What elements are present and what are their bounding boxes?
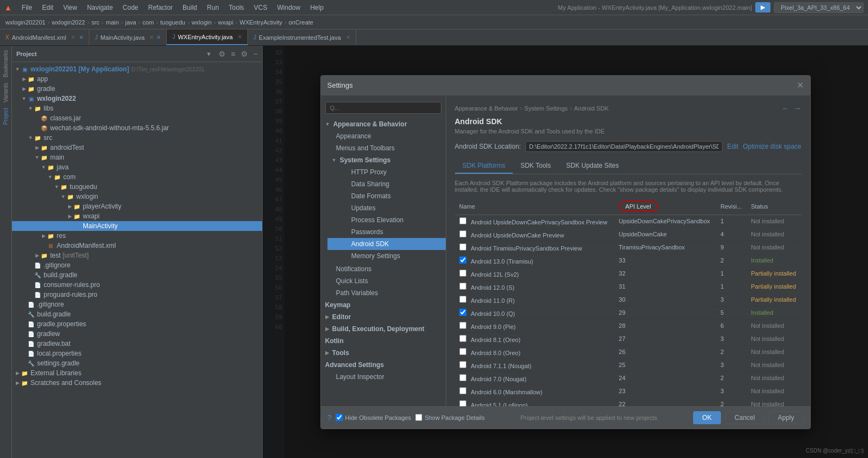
optimize-link[interactable]: Optimize disk space: [743, 143, 801, 150]
tree-item-res[interactable]: ▶ 📁 res: [12, 231, 262, 241]
tree-item-external-libs[interactable]: ▶ 📁 External Libraries: [12, 368, 262, 378]
nav-editor[interactable]: ▶ Editor: [321, 311, 446, 323]
settings-search-input[interactable]: [325, 102, 441, 114]
menu-help[interactable]: Help: [306, 3, 328, 13]
menu-run[interactable]: Run: [203, 3, 223, 13]
sdk-row-checkbox[interactable]: [459, 374, 466, 381]
nav-item-layout-inspector[interactable]: Layout Inspector: [321, 371, 446, 383]
sdk-row-checkbox[interactable]: [459, 283, 466, 290]
menu-code[interactable]: Code: [118, 3, 143, 13]
tree-item-gradlew-bat[interactable]: 📄 gradlew.bat: [12, 339, 262, 349]
bc-wxapi[interactable]: wxapi: [218, 19, 233, 26]
sidebar-gear-icon[interactable]: ⚙: [218, 50, 226, 58]
sdk-tab-tools[interactable]: SDK Tools: [513, 158, 559, 174]
tree-item-build-gradle2[interactable]: 🔧 build.gradle: [12, 270, 262, 280]
nav-item-http-proxy[interactable]: HTTP Proxy: [327, 166, 446, 178]
menu-tools[interactable]: Tools: [224, 3, 248, 13]
tree-item-build-gradle1[interactable]: 🔧 build.gradle: [12, 309, 262, 319]
tree-item-java[interactable]: ▼ 📁 java: [12, 162, 262, 172]
menu-refactor[interactable]: Refactor: [144, 3, 177, 13]
sdk-row-checkbox[interactable]: [459, 296, 466, 303]
tab-wxentryactivity[interactable]: J WXEntryActivity.java ✕: [167, 29, 248, 45]
sdk-row-checkbox[interactable]: [459, 243, 466, 251]
sdk-tab-platforms[interactable]: SDK Platforms: [455, 158, 513, 174]
tree-item-root[interactable]: ▼ ▣ wxlogin202201 [My Application] D:\Ti…: [12, 64, 262, 74]
tree-item-proguard-rules[interactable]: 📄 proguard-rules.pro: [12, 290, 262, 300]
tree-item-src[interactable]: ▼ 📁 src: [12, 133, 262, 143]
sdk-row-checkbox[interactable]: [459, 309, 466, 316]
menu-vcs[interactable]: VCS: [250, 3, 272, 13]
nav-item-path-variables[interactable]: Path Variables: [321, 287, 446, 299]
nav-item-date-formats[interactable]: Date Formats: [327, 190, 446, 202]
help-icon[interactable]: ?: [327, 413, 332, 422]
tree-item-gradlew[interactable]: 📄 gradlew: [12, 329, 262, 339]
ok-button[interactable]: OK: [693, 411, 721, 424]
tree-item-local-props[interactable]: 📄 local.properties: [12, 349, 262, 358]
bc-src[interactable]: src: [92, 19, 100, 26]
menu-window[interactable]: Window: [273, 3, 305, 13]
sdk-row-checkbox[interactable]: [459, 387, 466, 394]
vert-tab-bookmarks[interactable]: Bookmarks: [2, 48, 10, 80]
nav-kotlin[interactable]: Kotlin: [321, 335, 446, 347]
menu-edit[interactable]: Edit: [38, 3, 58, 13]
sdk-row-checkbox[interactable]: [459, 361, 466, 368]
tree-item-consumer-rules[interactable]: 📄 consumer-rules.pro: [12, 280, 262, 290]
bc-tuoguedu[interactable]: tuoguedu: [160, 19, 185, 26]
sdk-row-checkbox[interactable]: [459, 322, 466, 329]
tree-item-gitignore1[interactable]: 📄 .gitignore: [12, 300, 262, 309]
nav-item-android-sdk[interactable]: Android SDK: [327, 238, 446, 250]
nav-item-quick-lists[interactable]: Quick Lists: [321, 275, 446, 287]
tree-item-main[interactable]: ▼ 📁 main: [12, 152, 262, 162]
nav-item-passwords[interactable]: Passwords: [327, 226, 446, 238]
tree-item-app[interactable]: ▶ 📁 app: [12, 74, 262, 84]
tree-item-gitignore2[interactable]: 📄 .gitignore: [12, 260, 262, 270]
sdk-row-checkbox[interactable]: [459, 230, 466, 237]
tree-item-com[interactable]: ▼ 📁 com: [12, 172, 262, 182]
sdk-location-input[interactable]: [525, 141, 723, 152]
tree-item-mainactivity-file[interactable]: ◉ MainActivity: [12, 221, 262, 231]
sdk-row-checkbox[interactable]: [459, 270, 466, 277]
modal-close-button[interactable]: ✕: [797, 80, 804, 90]
sdk-row-checkbox[interactable]: [459, 257, 466, 264]
tree-item-gradle-props[interactable]: 📄 gradle.properties: [12, 319, 262, 329]
sdk-row-checkbox[interactable]: [459, 335, 466, 342]
nav-system-settings-header[interactable]: ▼ System Settings: [327, 154, 446, 166]
tree-item-scratches[interactable]: ▶ 📁 Scratches and Consoles: [12, 378, 262, 388]
nav-build-execution[interactable]: ▶ Build, Execution, Deployment: [321, 323, 446, 335]
nav-item-appearance[interactable]: Appearance: [321, 130, 446, 142]
tree-item-wechat-sdk[interactable]: 📦 wechat-sdk-android-without-mta-5.5.6.j…: [12, 123, 262, 133]
nav-back-button[interactable]: ←: [782, 104, 790, 113]
sdk-row-checkbox[interactable]: [459, 348, 466, 355]
nav-tools[interactable]: ▶ Tools: [321, 347, 446, 359]
apply-button[interactable]: Apply: [768, 411, 803, 424]
nav-item-memory-settings[interactable]: Memory Settings: [327, 250, 446, 262]
sdk-tab-update-sites[interactable]: SDK Update Sites: [559, 158, 627, 174]
sdk-row-checkbox[interactable]: [459, 217, 466, 224]
nav-keymap[interactable]: Keymap: [321, 299, 446, 311]
tree-item-androidtest[interactable]: ▶ 📁 androidTest: [12, 143, 262, 152]
nav-advanced-settings[interactable]: Advanced Settings: [321, 359, 446, 371]
tab-exampletest[interactable]: J ExampleInstrumentedTest.java ✕: [248, 29, 356, 45]
tab-mainactivity[interactable]: J MainActivity.java ✕ ✕: [89, 29, 167, 45]
nav-item-notifications[interactable]: Notifications: [321, 263, 446, 275]
menu-build[interactable]: Build: [178, 3, 202, 13]
tree-item-androidmanifest-file[interactable]: ⊞ AndroidManifest.xml: [12, 241, 262, 251]
sdk-row-checkbox[interactable]: [459, 400, 466, 406]
hide-obsolete-checkbox[interactable]: [336, 414, 343, 421]
cancel-button[interactable]: Cancel: [725, 411, 764, 424]
tree-item-test[interactable]: ▶ 📁 test [unitTest]: [12, 251, 262, 260]
tree-item-wxlogin-pkg[interactable]: ▼ 📁 wxlogin: [12, 192, 262, 201]
bc-main[interactable]: main: [106, 19, 119, 26]
nav-section-header-appearance-behavior[interactable]: ▼ Appearance & Behavior: [321, 118, 446, 130]
tab-androidmanifest[interactable]: X AndroidManifest.xml ✕ ✕: [0, 29, 89, 45]
menu-file[interactable]: File: [17, 3, 37, 13]
run-button[interactable]: ▶: [755, 2, 770, 13]
tree-item-wxapi-pkg[interactable]: ▶ 📁 wxapi: [12, 211, 262, 221]
tree-item-gradle[interactable]: ▶ 📁 gradle: [12, 84, 262, 94]
tree-item-tuoguedu[interactable]: ▼ 📁 tuoguedu: [12, 182, 262, 192]
sidebar-collapse-icon[interactable]: ≡: [231, 50, 235, 58]
bc-java[interactable]: java: [125, 19, 136, 26]
nav-item-updates[interactable]: Updates: [327, 202, 446, 214]
nav-item-process-elevation[interactable]: Process Elevation: [327, 214, 446, 226]
expand-arrow[interactable]: ▼: [14, 66, 21, 72]
